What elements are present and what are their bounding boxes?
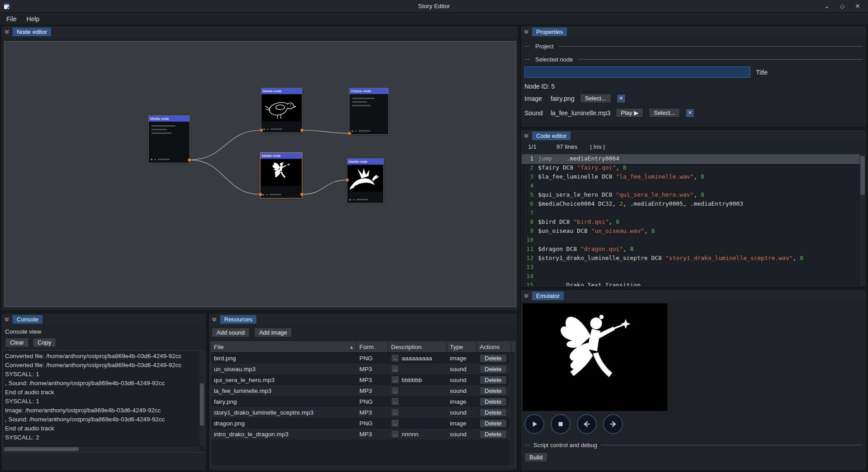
code-line[interactable]: 4: [522, 181, 865, 190]
input-port[interactable]: [345, 178, 349, 182]
delete-button[interactable]: Delete: [480, 430, 507, 439]
code-line[interactable]: 13: [522, 263, 865, 272]
properties-title[interactable]: Properties: [532, 28, 567, 36]
column-header-form[interactable]: Form.: [357, 342, 388, 352]
code-line[interactable]: 8$bird DC8 "bird.qoi", 8: [522, 217, 865, 227]
code-line[interactable]: 14: [522, 272, 865, 281]
script-control-group: Script control and debug: [524, 442, 863, 448]
delete-button[interactable]: Delete: [480, 376, 507, 384]
graph-node-2[interactable]: Media node▸▪: [261, 88, 302, 133]
scrollbar-thumb[interactable]: [860, 156, 865, 195]
column-header-file[interactable]: File▲: [211, 342, 357, 352]
output-port[interactable]: [188, 158, 191, 162]
column-header-actions[interactable]: Actions: [477, 342, 511, 352]
collapse-icon[interactable]: [523, 28, 529, 35]
emulator-play-button[interactable]: [524, 414, 544, 434]
console-title[interactable]: Console: [13, 315, 42, 324]
column-header-type[interactable]: Type: [447, 342, 477, 352]
emulator-stop-button[interactable]: [551, 414, 571, 434]
delete-button[interactable]: Delete: [480, 419, 507, 428]
delete-button[interactable]: Delete: [480, 397, 507, 406]
graph-node-5[interactable]: Media node▸▪: [347, 158, 384, 203]
code-line[interactable]: 7: [522, 208, 865, 217]
sound-select-button[interactable]: Select...: [649, 108, 680, 118]
emulator-step-forward-button[interactable]: [603, 414, 623, 434]
add-sound-button[interactable]: Add sound: [212, 328, 250, 337]
resources-vertical-scrollbar[interactable]: [509, 353, 515, 467]
edit-description-button[interactable]: ..: [391, 365, 399, 373]
code-vertical-scrollbar[interactable]: [860, 154, 865, 286]
code-editor-title[interactable]: Code editor: [532, 132, 571, 140]
graph-node-1[interactable]: Media node▸▪: [148, 115, 190, 163]
scrollbar-thumb[interactable]: [4, 447, 79, 451]
emulator-step-back-button[interactable]: [577, 414, 597, 434]
input-port[interactable]: [259, 193, 262, 196]
table-row[interactable]: story1_drako_luminelle_sceptre.mp3MP3..s…: [211, 407, 515, 418]
code-line[interactable]: 12$story1_drako_luminelle_sceptre DC8 "s…: [522, 254, 865, 263]
code-line[interactable]: 9$un_oiseau DC8 "un_oiseau.wav", 8: [522, 227, 865, 236]
image-clear-button[interactable]: ✕: [617, 94, 626, 103]
collapse-icon[interactable]: [523, 132, 529, 139]
table-row[interactable]: intro_drako_le_dragon.mp3MP3..nnnnnsound…: [211, 429, 515, 439]
output-port[interactable]: [300, 128, 304, 132]
edit-description-button[interactable]: ..: [391, 354, 399, 362]
edit-description-button[interactable]: ..: [391, 419, 399, 427]
console-log-box[interactable]: Converted file: /home/anthony/ostproj/ba…: [2, 350, 205, 453]
collapse-icon[interactable]: [4, 28, 10, 35]
sound-clear-button[interactable]: ✕: [685, 109, 694, 118]
edit-description-button[interactable]: ..: [391, 397, 399, 406]
menu-file-item[interactable]: File: [2, 14, 21, 24]
code-line[interactable]: 11$dragon DC8 "dragon.qoi", 8: [522, 245, 865, 254]
delete-button[interactable]: Delete: [480, 408, 507, 417]
code-line[interactable]: 5$qui_sera_le_hero DC8 "qui_sera_le_hero…: [522, 190, 865, 199]
node-canvas[interactable]: Media node▸▪Media node▸▪Choice node▸▪Med…: [4, 41, 516, 307]
code-line[interactable]: 15 Drako Text Transition: [522, 281, 865, 286]
input-port[interactable]: [259, 128, 263, 132]
graph-node-3[interactable]: Choice node▸▪: [349, 88, 389, 135]
clear-button[interactable]: Clear: [5, 338, 29, 347]
code-line[interactable]: 2$fairy DC8 "fairy.qoi", 8: [522, 163, 865, 172]
console-vertical-scrollbar[interactable]: [199, 351, 204, 446]
delete-button[interactable]: Delete: [480, 354, 507, 363]
sound-play-button[interactable]: Play ▶: [616, 108, 643, 118]
console-horizontal-scrollbar[interactable]: [3, 447, 199, 452]
window-minimize-button[interactable]: ⌄: [820, 3, 834, 9]
scrollbar-thumb[interactable]: [200, 383, 204, 425]
edit-description-button[interactable]: ..: [391, 408, 399, 416]
collapse-icon[interactable]: [523, 293, 529, 299]
code-line[interactable]: 10: [522, 236, 865, 245]
collapse-icon[interactable]: [4, 316, 10, 322]
column-header-description[interactable]: Description: [388, 342, 447, 352]
title-input[interactable]: [524, 66, 750, 78]
delete-button[interactable]: Delete: [480, 365, 507, 373]
code-line[interactable]: 3$la_fee_luminelle DC8 "la_fee_luminelle…: [522, 172, 865, 181]
table-row[interactable]: qui_sera_le_hero.mp3MP3..bbbbbbsoundDele…: [211, 374, 515, 385]
table-row[interactable]: dragon.pngPNG..imageDelete: [211, 418, 515, 429]
table-row[interactable]: la_fee_luminelle.mp3MP3..soundDelete: [211, 385, 515, 396]
table-row[interactable]: un_oiseau.mp3MP3..soundDelete: [211, 363, 515, 374]
delete-button[interactable]: Delete: [480, 387, 507, 395]
window-close-button[interactable]: ✕: [851, 3, 864, 9]
graph-node-4[interactable]: Media node▸▪: [260, 152, 302, 198]
build-button[interactable]: Build: [524, 453, 547, 462]
add-image-button[interactable]: Add image: [254, 328, 292, 337]
node-editor-title[interactable]: Node editor: [13, 28, 51, 36]
table-row[interactable]: bird.pngPNG..aaaaaaaaaimageDelete: [211, 353, 515, 363]
code-editor-area[interactable]: 1jump····.mediaEntry00042$fairy DC8 "fai…: [522, 154, 865, 286]
table-row[interactable]: fairy.pngPNG..imageDelete: [211, 396, 515, 407]
emulator-title[interactable]: Emulator: [532, 292, 564, 300]
edit-description-button[interactable]: ..: [391, 387, 399, 395]
title-bar[interactable]: Story Editor ⌄◇✕: [0, 0, 868, 13]
edit-description-button[interactable]: ..: [391, 376, 399, 384]
copy-button[interactable]: Copy: [33, 338, 56, 347]
code-line[interactable]: 1jump····.mediaEntry0004: [522, 154, 865, 163]
output-port[interactable]: [300, 193, 304, 196]
input-port[interactable]: [348, 132, 351, 135]
edit-description-button[interactable]: ..: [391, 430, 399, 438]
menu-help-item[interactable]: Help: [22, 14, 44, 24]
code-line[interactable]: 6$mediaChoice0004 DC32, 2, .mediaEntry00…: [522, 199, 865, 208]
collapse-icon[interactable]: [211, 316, 217, 322]
window-restore-button[interactable]: ◇: [835, 3, 849, 9]
image-select-button[interactable]: Select...: [580, 94, 611, 103]
resources-title[interactable]: Resources: [220, 315, 256, 324]
